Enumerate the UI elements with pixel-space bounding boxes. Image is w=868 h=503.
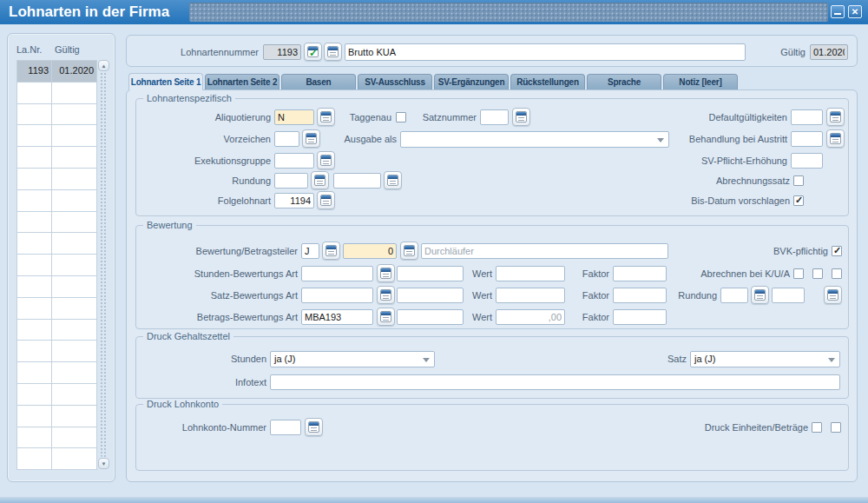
list-row-empty[interactable] (16, 104, 97, 126)
list-row-empty[interactable] (16, 362, 97, 384)
betragsteiler-lookup-button[interactable] (400, 242, 418, 260)
bewertung-field[interactable] (301, 243, 319, 259)
list-cell-gueltig[interactable] (52, 169, 97, 190)
list-row-empty[interactable] (16, 448, 97, 470)
vorzeichen-lookup-button[interactable] (302, 129, 320, 148)
list-row-selected[interactable]: 1193 01.2020 (16, 61, 97, 83)
vorzeichen-field[interactable] (274, 131, 299, 147)
list-cell-gueltig[interactable] (52, 104, 97, 126)
stunden-wert-field[interactable] (496, 266, 565, 281)
list-cell-gueltig[interactable] (52, 406, 97, 427)
satznummer-field[interactable] (480, 109, 509, 125)
bewertung-rundung-lookup-button-2[interactable] (824, 286, 842, 304)
tab-rueckstellungen[interactable]: Rückstellungen (510, 74, 585, 89)
bis-datum-vorschlagen-checkbox[interactable] (793, 195, 804, 206)
list-cell-gueltig[interactable] (52, 190, 97, 212)
tab-notiz[interactable]: Notiz [leer] (663, 74, 738, 89)
folgelohnart-lookup-button[interactable] (317, 191, 335, 209)
list-row-empty[interactable] (16, 83, 97, 104)
tab-sv-ausschluss[interactable]: SV-Ausschluss (358, 74, 432, 89)
list-row-empty[interactable] (16, 212, 97, 234)
abrechnen-kua-checkbox-2[interactable] (812, 268, 823, 279)
bezeichnung-field[interactable] (345, 43, 746, 61)
abrechnen-kua-checkbox-3[interactable] (832, 268, 842, 279)
bvk-pflichtig-checkbox[interactable] (832, 246, 842, 256)
list-cell-gueltig[interactable] (52, 255, 97, 276)
list-row-empty[interactable] (16, 169, 97, 190)
list-cell-lanr[interactable] (16, 276, 52, 298)
list-cell-gueltig[interactable] (52, 362, 97, 384)
list-row-empty[interactable] (16, 255, 97, 276)
list-cell-gueltig[interactable] (52, 212, 97, 234)
satz-bewertungs-art-lookup-button[interactable] (377, 286, 395, 304)
list-cell-gueltig[interactable] (52, 83, 97, 104)
list-cell-gueltig[interactable] (52, 448, 97, 470)
bewertung-lookup-button[interactable] (322, 242, 340, 260)
list-cell-gueltig[interactable]: 01.2020 (52, 61, 97, 83)
satz-faktor-field[interactable] (613, 288, 667, 303)
lohnartennummer-confirm-button[interactable] (304, 43, 322, 61)
sv-pflicht-erhoehung-field[interactable] (791, 153, 823, 169)
list-cell-gueltig[interactable] (52, 427, 97, 449)
behandlung-bei-austritt-field[interactable] (791, 131, 823, 147)
list-cell-lanr[interactable] (16, 212, 52, 234)
defaultgueltigkeiten-lookup-button[interactable] (826, 108, 845, 126)
list-cell-lanr[interactable] (16, 298, 52, 320)
list-cell-lanr[interactable] (16, 125, 52, 147)
lohnkonto-nummer-field[interactable] (270, 420, 301, 435)
exekutionsgruppe-field[interactable] (274, 153, 314, 169)
tab-lohnarten-seite-2[interactable]: Lohnarten Seite 2 (205, 74, 279, 89)
list-cell-gueltig[interactable] (52, 341, 97, 362)
stunden-bewertungs-art-field-2[interactable] (397, 266, 464, 281)
stunden-bewertungs-art-lookup-button[interactable] (377, 264, 395, 282)
stunden-dropdown[interactable]: ja (J) (270, 351, 435, 367)
list-scrollbar[interactable]: ▲ ▼ (98, 60, 109, 469)
list-row-empty[interactable] (16, 298, 97, 320)
list-row-empty[interactable] (16, 320, 97, 341)
scroll-down-icon[interactable]: ▼ (98, 458, 109, 469)
satznummer-lookup-button[interactable] (512, 108, 530, 126)
list-cell-lanr[interactable] (16, 427, 52, 449)
list-row-empty[interactable] (16, 276, 97, 298)
list-cell-lanr[interactable] (16, 147, 52, 169)
list-row-empty[interactable] (16, 384, 97, 406)
druck-einheiten-checkbox-2[interactable] (831, 422, 841, 433)
betrags-bewertungs-art-field[interactable] (301, 309, 373, 325)
betrags-bewertungs-art-lookup-button[interactable] (377, 308, 395, 326)
scrollbar-track[interactable] (100, 72, 108, 457)
list-cell-gueltig[interactable] (52, 320, 97, 341)
list-cell-lanr[interactable]: 1193 (16, 61, 52, 83)
list-cell-lanr[interactable] (16, 362, 52, 384)
list-cell-lanr[interactable] (16, 190, 52, 212)
list-cell-lanr[interactable] (16, 233, 52, 255)
list-row-empty[interactable] (16, 427, 97, 449)
list-cell-lanr[interactable] (16, 320, 52, 341)
close-button[interactable]: ✕ (848, 5, 862, 18)
satz-dropdown[interactable]: ja (J) (690, 351, 840, 367)
stunden-faktor-field[interactable] (613, 266, 667, 281)
list-row-empty[interactable] (16, 125, 97, 147)
list-cell-gueltig[interactable] (52, 125, 97, 147)
infotext-field[interactable] (270, 374, 840, 390)
defaultgueltigkeiten-field[interactable] (791, 109, 823, 125)
tab-basen[interactable]: Basen (281, 74, 356, 89)
ausgabe-als-dropdown[interactable] (400, 131, 669, 148)
list-cell-lanr[interactable] (16, 83, 52, 104)
list-row-empty[interactable] (16, 406, 97, 427)
betrags-faktor-field[interactable] (613, 309, 667, 325)
betragsteiler-field[interactable] (343, 243, 397, 259)
gueltig-field[interactable] (810, 44, 848, 60)
rundung-lookup-button-1[interactable] (311, 171, 329, 189)
rundung-field-2[interactable] (333, 173, 381, 189)
abrechnungssatz-checkbox[interactable] (793, 175, 804, 186)
behandlung-bei-austritt-lookup-button[interactable] (826, 129, 845, 148)
list-cell-lanr[interactable] (16, 341, 52, 362)
rundung-lookup-button-2[interactable] (384, 171, 402, 189)
list-cell-gueltig[interactable] (52, 384, 97, 406)
lohnartennummer-field[interactable] (263, 44, 301, 60)
list-row-empty[interactable] (16, 190, 97, 212)
list-cell-gueltig[interactable] (52, 298, 97, 320)
satz-bewertungs-art-field-2[interactable] (397, 288, 464, 303)
tab-sprache[interactable]: Sprache (587, 74, 661, 89)
durchlaeufer-field[interactable] (421, 243, 668, 259)
